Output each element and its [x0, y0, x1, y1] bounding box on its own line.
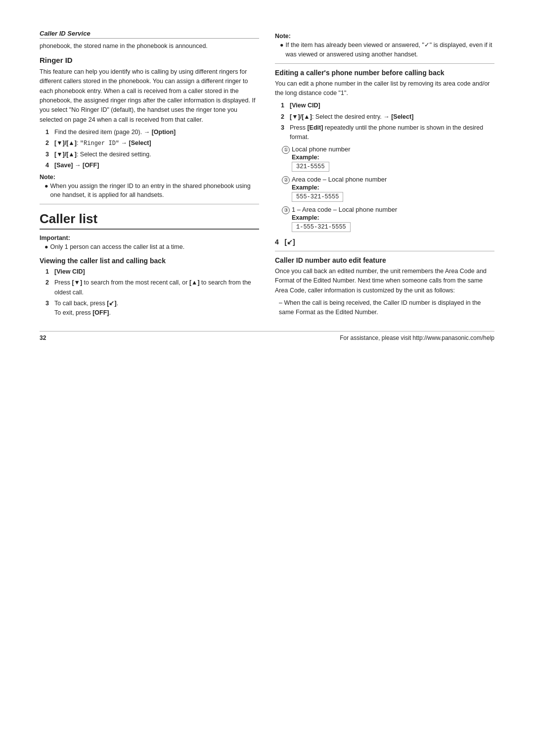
- edit-step-1: 1 [View CID]: [281, 101, 494, 110]
- view-step-2: 2 Press [▼] to search from the most rece…: [45, 278, 259, 297]
- view-step-1: 1 [View CID]: [45, 267, 259, 277]
- viewing-caller-list-heading: Viewing the caller list and calling back: [40, 257, 259, 265]
- ringer-id-step-4: 4 [Save] → [OFF]: [45, 161, 259, 170]
- edit-step-4: 4 [↙]: [275, 238, 494, 246]
- example-2-label: Area code – Local phone number: [292, 176, 387, 183]
- example-3: ③ 1 – Area code – Local phone number Exa…: [282, 206, 494, 234]
- circle-3: ③: [282, 206, 290, 214]
- example-3-phone: 1-555-321-5555: [292, 222, 351, 232]
- caller-id-service-intro: phonebook, the stored name in the phoneb…: [40, 42, 259, 51]
- example-2-example-label: Example:: [292, 184, 387, 191]
- example-2: ② Area code – Local phone number Example…: [282, 176, 494, 204]
- auto-edit-body: Once you call back an edited number, the…: [275, 267, 494, 295]
- ringer-id-note-label: Note:: [40, 174, 259, 181]
- example-3-label: 1 – Area code – Local phone number: [292, 206, 397, 213]
- right-note-label: Note:: [275, 33, 494, 40]
- footer: 32 For assistance, please visit http://w…: [40, 331, 494, 341]
- caller-id-service-heading: Caller ID Service: [40, 30, 259, 39]
- top-two-col: Caller ID Service phonebook, the stored …: [40, 30, 494, 321]
- ringer-id-step-3: 3 [▼]/[▲]: Select the desired setting.: [45, 150, 259, 159]
- important-text: ● Only 1 person can access the caller li…: [40, 242, 259, 252]
- auto-edit-heading: Caller ID number auto edit feature: [275, 256, 494, 264]
- divider-2: [275, 63, 494, 64]
- ringer-id-step-2: 2 [▼]/[▲]: "Ringer ID" → [Select]: [45, 139, 259, 148]
- edit-step-2: 2 [▼]/[▲]: Select the desired entry. → […: [281, 112, 494, 122]
- page-content: Caller ID Service phonebook, the stored …: [40, 30, 494, 341]
- examples-section: ① Local phone number Example: 321-5555 ②…: [282, 145, 494, 234]
- divider-1: [40, 204, 259, 204]
- viewing-steps: 1 [View CID] 2 Press [▼] to search from …: [45, 267, 259, 318]
- example-1-example-label: Example:: [292, 154, 351, 161]
- footer-url: For assistance, please visit http://www.…: [340, 334, 494, 341]
- view-step-3: 3 To call back, press [↙].To exit, press…: [45, 299, 259, 318]
- example-3-example-label: Example:: [292, 214, 397, 221]
- auto-edit-bullet: – When the call is being received, the C…: [275, 298, 494, 318]
- editing-callers-phone-heading: Editing a caller's phone number before c…: [275, 69, 494, 77]
- editing-steps: 1 [View CID] 2 [▼]/[▲]: Select the desir…: [281, 101, 494, 142]
- divider-3: [275, 251, 494, 251]
- ringer-id-note: Note: ● When you assign the ringer ID to…: [40, 174, 259, 200]
- ringer-id-heading: Ringer ID: [40, 56, 259, 64]
- important-label: Important:: [40, 235, 259, 241]
- circle-1: ①: [282, 146, 290, 154]
- edit-step-3: 3 Press [Edit] repeatedly until the phon…: [281, 123, 494, 142]
- caller-list-important: Important: ● Only 1 person can access th…: [40, 235, 259, 252]
- right-note: Note: ● If the item has already been vie…: [275, 33, 494, 59]
- example-1-label: Local phone number: [292, 145, 351, 153]
- ringer-id-steps: 1 Find the desired item (page 20). → [Op…: [45, 128, 259, 171]
- right-column: Note: ● If the item has already been vie…: [275, 30, 494, 321]
- ringer-id-body: This feature can help you identify who i…: [40, 67, 259, 125]
- page-number: 32: [40, 334, 46, 341]
- caller-list-heading: Caller list: [40, 211, 259, 230]
- left-column: Caller ID Service phonebook, the stored …: [40, 30, 259, 321]
- example-2-phone: 555-321-5555: [292, 192, 343, 202]
- circle-2: ②: [282, 176, 290, 184]
- example-1-phone: 321-5555: [292, 162, 329, 172]
- editing-callers-phone-body: You can edit a phone number in the calle…: [275, 79, 494, 98]
- example-1: ① Local phone number Example: 321-5555: [282, 145, 494, 174]
- right-note-text: ● If the item has already been viewed or…: [275, 41, 494, 59]
- ringer-id-step-1: 1 Find the desired item (page 20). → [Op…: [45, 128, 259, 137]
- ringer-id-note-text: ● When you assign the ringer ID to an en…: [40, 182, 259, 200]
